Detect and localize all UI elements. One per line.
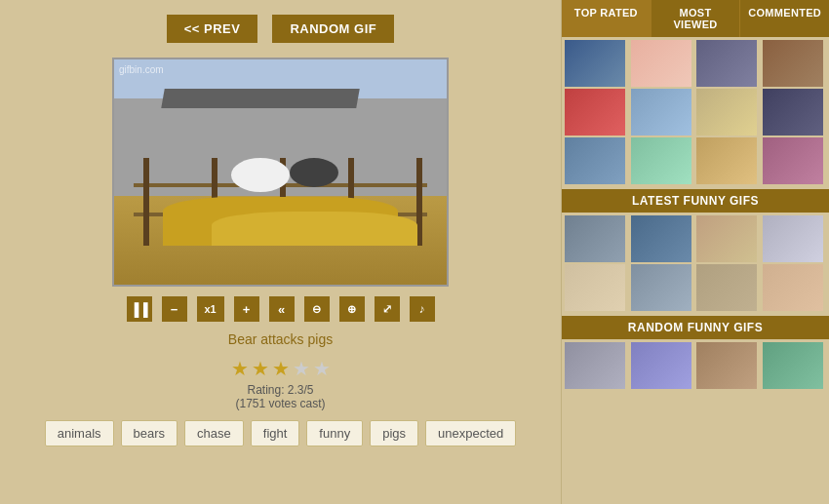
- thumb-tr-10[interactable]: [631, 137, 691, 184]
- tag-bears[interactable]: bears: [121, 420, 178, 446]
- prev-button[interactable]: << PREV: [167, 15, 258, 43]
- minus-icon: −: [171, 302, 178, 317]
- expand-icon: ⤢: [382, 302, 392, 316]
- thumb-tr-3[interactable]: [696, 40, 757, 87]
- thumb-r-4[interactable]: [763, 342, 823, 389]
- star-3[interactable]: ★: [272, 357, 290, 380]
- random-gifs-header: RANDOM FUNNY GIFS: [562, 316, 829, 339]
- thumb-l-5[interactable]: [565, 264, 625, 311]
- top-buttons: << PREV RANDOM GIF: [167, 15, 394, 43]
- tag-animals[interactable]: animals: [45, 420, 114, 446]
- hay-pile-2: [212, 212, 417, 246]
- random-grid: [562, 339, 829, 392]
- minus-button[interactable]: −: [162, 296, 187, 322]
- thumb-tr-1[interactable]: [565, 40, 625, 87]
- star-5[interactable]: ★: [313, 357, 331, 380]
- rewind-icon: «: [278, 302, 285, 317]
- plus-button[interactable]: +: [234, 296, 259, 322]
- volume-button[interactable]: ♪: [410, 296, 435, 322]
- thumb-r-1[interactable]: [565, 342, 625, 389]
- thumb-tr-2[interactable]: [631, 40, 691, 87]
- thumb-l-2[interactable]: [631, 215, 691, 262]
- tag-fight[interactable]: fight: [251, 420, 300, 446]
- tag-chase[interactable]: chase: [184, 420, 244, 446]
- gif-scene: gifbin.com: [114, 59, 447, 285]
- thumb-l-4[interactable]: [763, 215, 823, 262]
- controls-bar: ▐▐ − x1 + « ⊖ ⊕ ⤢ ♪: [127, 296, 435, 322]
- thumb-r-3[interactable]: [696, 342, 757, 389]
- thumb-l-6[interactable]: [631, 264, 691, 311]
- tag-pigs[interactable]: pigs: [370, 420, 418, 446]
- pause-icon: ▐▐: [130, 302, 147, 317]
- thumb-tr-11[interactable]: [696, 137, 757, 184]
- tab-top-rated[interactable]: TOP RATED: [562, 0, 651, 37]
- thumb-tr-5[interactable]: [565, 89, 625, 136]
- animal-pig: [231, 158, 290, 192]
- zoom-in-button[interactable]: ⊕: [339, 296, 365, 322]
- gif-container: gifbin.com: [112, 58, 449, 287]
- thumb-l-7[interactable]: [696, 264, 757, 311]
- stars-row: ★ ★ ★ ★ ★: [231, 357, 331, 380]
- zoom-out-icon: ⊖: [312, 303, 321, 316]
- random-gif-button[interactable]: RANDOM GIF: [272, 15, 394, 43]
- fence-post-1: [143, 158, 149, 246]
- volume-icon: ♪: [419, 302, 425, 316]
- roof-element: [161, 89, 360, 108]
- thumb-l-1[interactable]: [565, 215, 625, 262]
- x1-button[interactable]: x1: [197, 296, 224, 322]
- thumb-r-2[interactable]: [631, 342, 691, 389]
- top-rated-grid: [562, 37, 829, 187]
- zoom-out-button[interactable]: ⊖: [304, 296, 330, 322]
- tab-most-viewed[interactable]: MOST VIEWED: [651, 0, 741, 37]
- tabs-row: TOP RATED MOST VIEWED COMMENTED: [562, 0, 829, 37]
- tag-funny[interactable]: funny: [306, 420, 363, 446]
- star-1[interactable]: ★: [231, 357, 249, 380]
- watermark: gifbin.com: [119, 64, 164, 75]
- rewind-button[interactable]: «: [269, 296, 295, 322]
- tags-row: animals bears chase fight funny pigs une…: [45, 420, 517, 446]
- thumb-tr-8[interactable]: [763, 89, 823, 136]
- gif-title[interactable]: Bear attacks pigs: [228, 331, 333, 347]
- zoom-in-icon: ⊕: [347, 303, 356, 316]
- latest-grid: [562, 213, 829, 314]
- thumb-tr-6[interactable]: [631, 89, 691, 136]
- rating-text: Rating: 2.3/5: [247, 383, 313, 397]
- tab-commented[interactable]: COMMENTED: [740, 0, 829, 37]
- star-2[interactable]: ★: [252, 357, 269, 380]
- thumb-tr-4[interactable]: [763, 40, 823, 87]
- expand-button[interactable]: ⤢: [375, 296, 400, 322]
- star-4[interactable]: ★: [293, 357, 310, 380]
- right-panel: TOP RATED MOST VIEWED COMMENTED LATEST F…: [561, 0, 829, 504]
- thumb-l-8[interactable]: [763, 264, 823, 311]
- pause-button[interactable]: ▐▐: [127, 296, 152, 322]
- left-panel: << PREV RANDOM GIF gifbin.com: [0, 0, 561, 504]
- tag-unexpected[interactable]: unexpected: [425, 420, 516, 446]
- plus-icon: +: [243, 302, 251, 317]
- thumb-tr-9[interactable]: [565, 137, 625, 184]
- animal-bear: [290, 158, 338, 187]
- fence: [134, 129, 427, 246]
- thumb-l-3[interactable]: [696, 215, 757, 262]
- latest-gifs-header: LATEST FUNNY GIFS: [562, 189, 829, 213]
- votes-text: (1751 votes cast): [235, 397, 325, 410]
- thumb-tr-12[interactable]: [763, 137, 823, 184]
- thumb-tr-7[interactable]: [696, 89, 757, 136]
